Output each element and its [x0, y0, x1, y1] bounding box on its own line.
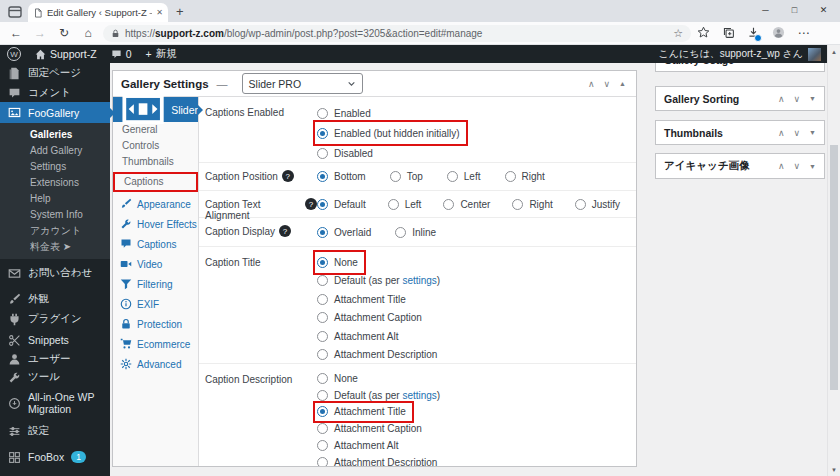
metabox-gallery-sorting[interactable]: Gallery Sorting ∧ ∨ ▼	[655, 86, 825, 111]
submenu-item-extensions[interactable]: Extensions	[0, 175, 110, 191]
sidebar-item-migration[interactable]: All-in-One WP Migration	[0, 390, 110, 416]
tab-captions-sub[interactable]: Captions	[115, 174, 196, 190]
radio-option[interactable]: Bottom	[317, 171, 366, 182]
radio-icon[interactable]	[395, 227, 406, 238]
radio-icon[interactable]	[317, 457, 328, 467]
radio-selected-icon[interactable]	[317, 199, 328, 210]
sidebar-item-users[interactable]: ユーザー	[0, 349, 110, 369]
help-icon[interactable]: ?	[282, 170, 294, 182]
address-bar[interactable]: https://support-z.com/blog/wp-admin/post…	[103, 25, 691, 42]
radio-option[interactable]: Left	[388, 199, 422, 210]
radio-option[interactable]: Attachment Description	[317, 346, 636, 365]
move-up-icon[interactable]: ∧	[778, 161, 785, 171]
sidebar-item-plugins[interactable]: プラグイン	[0, 309, 110, 329]
sidebar-item-settings[interactable]: 設定	[0, 421, 110, 441]
move-down-icon[interactable]: ∨	[603, 79, 610, 89]
back-icon[interactable]: ←	[4, 26, 28, 40]
radio-icon[interactable]	[317, 108, 328, 119]
radio-icon[interactable]	[317, 390, 328, 401]
window-minimize-button[interactable]: ─	[751, 0, 780, 20]
tab-controls[interactable]: Controls	[113, 138, 198, 154]
tab-actions-icon[interactable]	[7, 4, 23, 18]
radio-icon[interactable]	[317, 331, 328, 342]
sidebar-item-snippets[interactable]: Snippets	[0, 330, 110, 350]
profile-avatar-icon[interactable]	[766, 26, 791, 41]
radio-selected-icon[interactable]	[317, 257, 328, 268]
submenu-item-account[interactable]: アカウント	[0, 223, 110, 239]
radio-option[interactable]: Center	[443, 199, 490, 210]
sidebar-item-foogallery[interactable]: FooGallery	[0, 102, 110, 123]
radio-option[interactable]: Right	[512, 199, 552, 210]
radio-option[interactable]: Top	[390, 171, 423, 182]
radio-selected-icon[interactable]	[317, 227, 328, 238]
forward-icon[interactable]: →	[28, 26, 52, 40]
tab-ecommerce[interactable]: Ecommerce	[113, 334, 198, 354]
radio-icon[interactable]	[317, 148, 328, 159]
radio-icon[interactable]	[447, 171, 458, 182]
radio-icon[interactable]	[388, 199, 399, 210]
admin-bar-site[interactable]: Support-Z	[28, 45, 104, 63]
collapse-toggle-icon[interactable]: ▲	[619, 80, 626, 87]
submenu-item-help[interactable]: Help	[0, 191, 110, 207]
collapse-toggle-icon[interactable]: ▼	[809, 95, 816, 102]
window-maximize-button[interactable]: □	[780, 0, 809, 20]
radio-option[interactable]: Attachment Title	[317, 290, 636, 309]
tab-thumbnails[interactable]: Thumbnails	[113, 154, 198, 170]
sidebar-item-partial[interactable]	[0, 471, 110, 476]
add-favorite-icon[interactable]: ☆	[673, 27, 683, 40]
sidebar-item-appearance[interactable]: 外観	[0, 289, 110, 309]
radio-icon[interactable]	[317, 312, 328, 323]
sidebar-item-comments[interactable]: コメント	[0, 83, 110, 103]
sidebar-item-pages[interactable]: 固定ページ	[0, 63, 110, 83]
move-down-icon[interactable]: ∨	[793, 161, 800, 171]
new-tab-button[interactable]: +	[176, 4, 184, 19]
submenu-item-system-info[interactable]: System Info	[0, 207, 110, 223]
radio-option[interactable]: Justify	[575, 199, 620, 210]
metabox-featured-image[interactable]: アイキャッチ画像 ∧ ∨ ▼	[655, 153, 825, 179]
window-close-button[interactable]: ✕	[809, 0, 838, 20]
drag-handle-icon[interactable]: —	[217, 78, 228, 90]
tab-filtering[interactable]: Filtering	[113, 274, 198, 294]
highlighted-radio-option[interactable]: Attachment Title	[313, 401, 414, 424]
submenu-item-galleries[interactable]: Galleries	[0, 127, 110, 143]
radio-option[interactable]: Left	[447, 171, 481, 182]
radio-icon[interactable]	[317, 275, 328, 286]
help-icon[interactable]: ?	[305, 198, 317, 210]
tab-slider[interactable]: Slider	[113, 97, 198, 122]
wp-logo-icon[interactable]: W	[0, 45, 28, 63]
radio-icon[interactable]	[317, 423, 328, 434]
move-down-icon[interactable]: ∨	[793, 94, 800, 104]
tab-hover-effects[interactable]: Hover Effects	[113, 214, 198, 234]
metabox-thumbnails[interactable]: Thumbnails ∧ ∨ ▼	[655, 120, 825, 145]
collections-icon[interactable]	[716, 26, 741, 41]
admin-bar-new[interactable]: +新規	[139, 45, 184, 63]
admin-greeting[interactable]: こんにちは、support-z_wp さん	[659, 47, 803, 61]
downloads-icon[interactable]	[741, 26, 766, 41]
move-up-icon[interactable]: ∧	[778, 94, 785, 104]
radio-icon[interactable]	[512, 199, 523, 210]
submenu-item-add-gallery[interactable]: Add Gallery	[0, 143, 110, 159]
submenu-item-pricing[interactable]: 料金表 ➤	[0, 239, 110, 255]
scrollbar-thumb[interactable]	[830, 145, 838, 390]
sidebar-item-contact[interactable]: お問い合わせ	[0, 263, 110, 283]
template-select[interactable]: Slider PRO	[242, 73, 363, 94]
move-down-icon[interactable]: ∨	[793, 128, 800, 138]
radio-icon[interactable]	[390, 171, 401, 182]
radio-icon[interactable]	[317, 349, 328, 360]
tab-video[interactable]: Video	[113, 254, 198, 274]
radio-selected-icon[interactable]	[317, 171, 328, 182]
radio-option[interactable]: Disabled	[317, 143, 636, 163]
collapse-toggle-icon[interactable]: ▼	[809, 129, 816, 136]
radio-option[interactable]: None	[317, 370, 636, 387]
settings-link[interactable]: settings	[402, 390, 436, 401]
radio-icon[interactable]	[443, 199, 454, 210]
radio-option[interactable]: Default	[317, 199, 366, 210]
home-icon[interactable]: ⌂	[76, 26, 100, 40]
tab-appearance[interactable]: Appearance	[113, 194, 198, 214]
radio-icon[interactable]	[317, 373, 328, 384]
favorites-icon[interactable]	[691, 26, 716, 41]
browser-tab[interactable]: Edit Gallery ‹ Support-Z — Word ✕	[28, 3, 168, 22]
scroll-up-icon[interactable]: ▲	[828, 45, 840, 58]
help-icon[interactable]: ?	[279, 225, 291, 237]
radio-option[interactable]: Attachment Description	[317, 454, 636, 467]
